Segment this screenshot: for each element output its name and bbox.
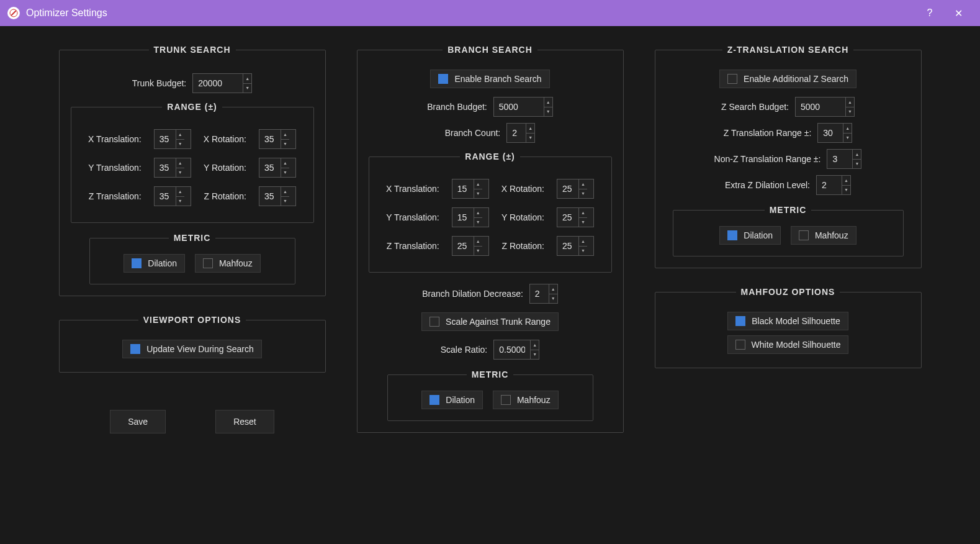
branch-yr-label: Y Rotation: bbox=[501, 212, 544, 222]
update-view-checkbox[interactable]: Update View During Search bbox=[122, 340, 262, 358]
trunk-budget-label: Trunk Budget: bbox=[132, 78, 186, 88]
scale-ratio-input[interactable]: ▲▼ bbox=[493, 340, 539, 360]
trunk-zt-input[interactable]: ▲▼ bbox=[154, 186, 191, 206]
branch-xr-label: X Rotation: bbox=[501, 184, 544, 194]
trunk-yr-input[interactable]: ▲▼ bbox=[259, 158, 296, 178]
branch-xt-label: X Translation: bbox=[386, 184, 439, 194]
extra-z-dilation-label: Extra Z Dilation Level: bbox=[725, 180, 810, 190]
branch-metric-title: METRIC bbox=[467, 369, 514, 379]
branch-yt-label: Y Translation: bbox=[386, 212, 439, 222]
branch-mahfouz-checkbox[interactable]: Mahfouz bbox=[493, 391, 559, 409]
trunk-yt-input[interactable]: ▲▼ bbox=[154, 158, 191, 178]
trunk-search-title: TRUNK SEARCH bbox=[149, 45, 236, 55]
black-silhouette-checkbox[interactable]: Black Model Silhouette bbox=[727, 312, 848, 330]
branch-yr-input[interactable]: ▲▼ bbox=[557, 207, 594, 227]
reset-button[interactable]: Reset bbox=[215, 410, 274, 433]
trunk-zr-label: Z Rotation: bbox=[204, 191, 246, 201]
trunk-yt-label: Y Translation: bbox=[88, 163, 142, 173]
branch-search-group: BRANCH SEARCH Enable Branch Search Branc… bbox=[357, 45, 624, 433]
trunk-xr-label: X Rotation: bbox=[204, 134, 246, 144]
mahfouz-options-title: MAHFOUZ OPTIONS bbox=[736, 287, 840, 297]
trunk-zr-input[interactable]: ▲▼ bbox=[259, 186, 296, 206]
branch-dilation-dec-label: Branch Dilation Decrease: bbox=[422, 289, 523, 299]
viewport-options-group: VIEWPORT OPTIONS Update View During Sear… bbox=[59, 315, 326, 373]
nonz-translation-range-label: Non-Z Translation Range ±: bbox=[714, 154, 821, 164]
trunk-zt-label: Z Translation: bbox=[88, 191, 142, 201]
extra-z-dilation-input[interactable]: ▲▼ bbox=[816, 175, 851, 195]
dialog-body: TRUNK SEARCH Trunk Budget: ▲▼ RANGE (±) … bbox=[0, 26, 980, 452]
enable-branch-checkbox[interactable]: Enable Branch Search bbox=[430, 70, 549, 88]
branch-search-title: BRANCH SEARCH bbox=[443, 45, 537, 55]
app-icon bbox=[7, 7, 20, 19]
trunk-yr-label: Y Rotation: bbox=[204, 163, 246, 173]
branch-zr-label: Z Rotation: bbox=[501, 241, 544, 251]
z-metric-title: METRIC bbox=[765, 205, 812, 215]
z-search-group: Z-TRANSLATION SEARCH Enable Additional Z… bbox=[655, 45, 922, 268]
trunk-search-group: TRUNK SEARCH Trunk Budget: ▲▼ RANGE (±) … bbox=[59, 45, 326, 296]
branch-dilation-dec-input[interactable]: ▲▼ bbox=[529, 284, 558, 304]
branch-range-group: RANGE (±) X Translation: ▲▼ X Rotation: … bbox=[369, 152, 612, 273]
branch-budget-input[interactable]: ▲▼ bbox=[493, 97, 553, 117]
trunk-metric-group: METRIC Dilation Mahfouz bbox=[89, 233, 295, 284]
z-metric-group: METRIC Dilation Mahfouz bbox=[673, 205, 904, 256]
branch-metric-group: METRIC Dilation Mahfouz bbox=[387, 369, 593, 421]
trunk-metric-title: METRIC bbox=[169, 233, 216, 243]
spin-up-icon: ▲ bbox=[243, 74, 251, 84]
window-title: Optimizer Settings bbox=[26, 7, 107, 19]
branch-budget-label: Branch Budget: bbox=[427, 102, 487, 112]
z-dilation-checkbox[interactable]: Dilation bbox=[719, 226, 781, 245]
z-budget-input[interactable]: ▲▼ bbox=[795, 97, 855, 117]
z-search-title: Z-TRANSLATION SEARCH bbox=[722, 45, 854, 55]
branch-xt-input[interactable]: ▲▼ bbox=[452, 179, 489, 199]
white-silhouette-checkbox[interactable]: White Model Silhouette bbox=[727, 335, 849, 354]
trunk-xr-input[interactable]: ▲▼ bbox=[259, 129, 296, 149]
save-button[interactable]: Save bbox=[110, 410, 166, 433]
trunk-budget-input[interactable]: ▲▼ bbox=[192, 73, 252, 93]
scale-ratio-label: Scale Ratio: bbox=[441, 345, 487, 355]
branch-count-input[interactable]: ▲▼ bbox=[506, 123, 535, 143]
viewport-options-title: VIEWPORT OPTIONS bbox=[138, 315, 246, 325]
z-mahfouz-checkbox[interactable]: Mahfouz bbox=[791, 226, 856, 245]
close-button[interactable]: ✕ bbox=[944, 0, 973, 26]
trunk-dilation-checkbox[interactable]: Dilation bbox=[124, 254, 185, 273]
trunk-range-title: RANGE (±) bbox=[162, 102, 222, 112]
spin-down-icon: ▼ bbox=[243, 84, 251, 93]
title-bar: Optimizer Settings ? ✕ bbox=[0, 0, 980, 26]
scale-against-trunk-checkbox[interactable]: Scale Against Trunk Range bbox=[421, 312, 559, 331]
branch-zt-input[interactable]: ▲▼ bbox=[452, 236, 489, 256]
nonz-translation-range-input[interactable]: ▲▼ bbox=[827, 149, 861, 169]
trunk-xt-label: X Translation: bbox=[88, 134, 142, 144]
enable-z-search-checkbox[interactable]: Enable Additional Z Search bbox=[719, 70, 856, 88]
branch-dilation-checkbox[interactable]: Dilation bbox=[421, 391, 483, 409]
branch-range-title: RANGE (±) bbox=[460, 152, 519, 161]
z-translation-range-input[interactable]: ▲▼ bbox=[817, 123, 852, 143]
branch-zt-label: Z Translation: bbox=[386, 241, 439, 251]
branch-zr-input[interactable]: ▲▼ bbox=[557, 236, 594, 256]
branch-count-label: Branch Count: bbox=[445, 128, 501, 138]
branch-xr-input[interactable]: ▲▼ bbox=[557, 179, 594, 199]
z-translation-range-label: Z Translation Range ±: bbox=[724, 128, 812, 138]
trunk-xt-input[interactable]: ▲▼ bbox=[154, 129, 191, 149]
trunk-range-group: RANGE (±) X Translation: ▲▼ X Rotation: … bbox=[71, 102, 314, 223]
z-budget-label: Z Search Budget: bbox=[721, 102, 789, 112]
trunk-mahfouz-checkbox[interactable]: Mahfouz bbox=[195, 254, 261, 273]
help-button[interactable]: ? bbox=[915, 0, 944, 26]
branch-yt-input[interactable]: ▲▼ bbox=[452, 207, 489, 227]
mahfouz-options-group: MAHFOUZ OPTIONS Black Model Silhouette W… bbox=[655, 287, 922, 368]
